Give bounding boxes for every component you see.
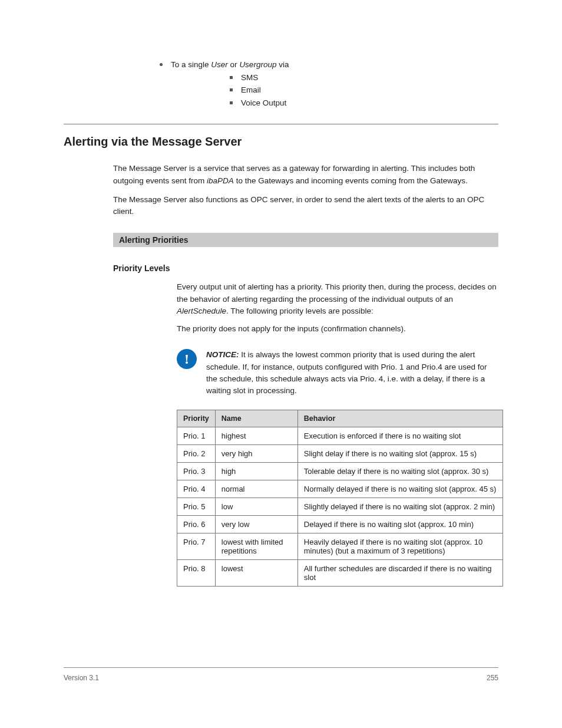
- bullet-text: To a single User or Usergroup via: [171, 59, 289, 71]
- paragraph: The priority does not apply for the inpu…: [177, 323, 498, 335]
- table-row: Prio. 5 low Slightly delayed if there is…: [177, 498, 503, 516]
- table-row: Prio. 3 high Tolerable delay if there is…: [177, 463, 503, 480]
- footer-page-number: 255: [487, 674, 498, 682]
- col-priority: Priority: [177, 410, 216, 427]
- section-heading: Alerting via the Message Server: [64, 135, 498, 149]
- list-item-label: Voice Output: [241, 97, 286, 109]
- divider: [64, 124, 498, 124]
- paragraph: The Message Server also functions as OPC…: [113, 194, 498, 218]
- table-row: Prio. 1 highest Execution is enforced if…: [177, 427, 503, 445]
- notice-text: NOTICE: It is always the lowest common p…: [206, 349, 498, 397]
- square-icon: [230, 101, 233, 104]
- col-name: Name: [215, 410, 297, 427]
- table-row: Prio. 6 very low Delayed if there is no …: [177, 516, 503, 533]
- table-header-row: Priority Name Behavior: [177, 410, 503, 427]
- subheading: Priority Levels: [113, 263, 498, 273]
- paragraph: The Message Server is a service that ser…: [113, 163, 498, 187]
- square-icon: [230, 76, 233, 79]
- list-item: Email: [230, 84, 498, 96]
- col-behavior: Behavior: [297, 410, 503, 427]
- notice-icon: !: [177, 349, 197, 369]
- table-row: Prio. 8 lowest All further schedules are…: [177, 560, 503, 587]
- paragraph: Every output unit of alerting has a prio…: [177, 281, 498, 317]
- list-item: Voice Output: [230, 97, 498, 109]
- footer-version: Version 3.1: [64, 674, 99, 682]
- list-item-label: Email: [241, 84, 261, 96]
- table-row: Prio. 7 lowest with limited repetitions …: [177, 533, 503, 560]
- list-item-label: SMS: [241, 72, 258, 84]
- priority-table: Priority Name Behavior Prio. 1 highest E…: [177, 410, 503, 587]
- table-row: Prio. 2 very high Slight delay if there …: [177, 445, 503, 463]
- table-row: Prio. 4 normal Normally delayed if there…: [177, 480, 503, 498]
- bullet-icon: [160, 63, 163, 66]
- notice-box: ! NOTICE: It is always the lowest common…: [177, 349, 498, 397]
- square-icon: [230, 88, 233, 91]
- subsection-label: Alerting Priorities: [119, 235, 188, 245]
- list-item: SMS: [230, 72, 498, 84]
- subsection-bar: Alerting Priorities: [113, 233, 498, 247]
- page-footer: Version 3.1 255: [64, 667, 498, 682]
